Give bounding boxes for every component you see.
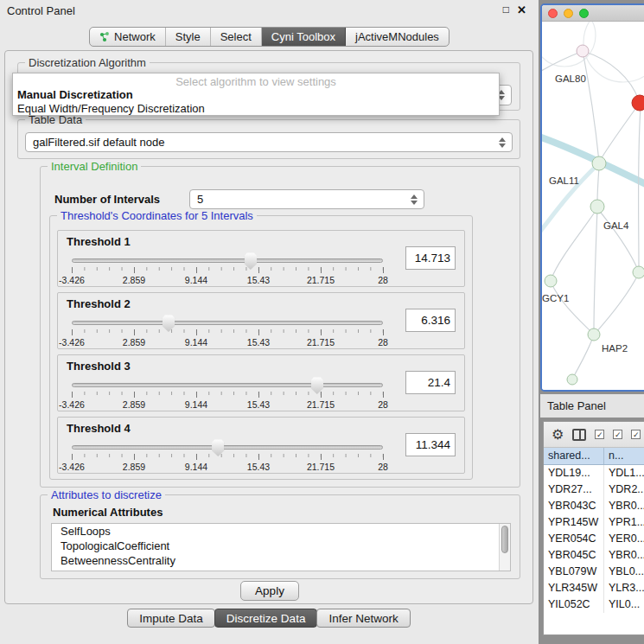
- table-row[interactable]: YDR27... YDR2...: [544, 481, 644, 498]
- table-cell[interactable]: YLR3...: [604, 580, 644, 596]
- slider-track[interactable]: [72, 321, 383, 325]
- close-button[interactable]: [548, 9, 558, 18]
- discretization-algorithm-label: Discretization Algorithm: [25, 56, 150, 69]
- attribute-item[interactable]: TopologicalCoefficient: [52, 539, 510, 553]
- network-edge[interactable]: [597, 208, 638, 270]
- table-row[interactable]: YDL19... YDL1...: [544, 465, 644, 481]
- restore-icon[interactable]: □: [503, 3, 509, 16]
- table-cell[interactable]: YDL19...: [544, 465, 604, 481]
- network-edge[interactable]: [583, 51, 639, 100]
- network-edge[interactable]: [596, 275, 638, 333]
- table-row[interactable]: YLR345W YLR3...: [544, 580, 644, 596]
- table-cell[interactable]: YBR045C: [544, 547, 604, 564]
- network-edge[interactable]: [597, 167, 599, 203]
- tab-jactivemnodules[interactable]: jActiveMNodules: [346, 28, 449, 46]
- table-cell[interactable]: YDR27...: [544, 481, 604, 498]
- slider-track[interactable]: [72, 445, 383, 450]
- table-cell[interactable]: YLR345W: [544, 580, 604, 596]
- tab-discretize-data[interactable]: Discretize Data: [214, 609, 318, 628]
- network-edge[interactable]: [542, 163, 599, 236]
- table-cell[interactable]: YBL079W: [544, 564, 604, 580]
- network-node[interactable]: [577, 45, 589, 57]
- threshold-3-value-input[interactable]: [405, 371, 456, 394]
- table-cell[interactable]: YER054C: [544, 531, 604, 547]
- scale-label: -3.426: [59, 337, 85, 348]
- table-row[interactable]: YBR045C YBR0...: [544, 547, 644, 564]
- checkbox-icon[interactable]: ✓: [631, 430, 641, 439]
- threshold-1-value-input[interactable]: [405, 246, 456, 270]
- table-row[interactable]: YBR043C YBR0...: [544, 498, 644, 514]
- network-node[interactable]: [545, 275, 557, 287]
- attributes-list[interactable]: SelfLoopsTopologicalCoefficientBetweenne…: [51, 523, 511, 571]
- columns-icon[interactable]: [572, 429, 586, 441]
- table-data-combo[interactable]: galFiltered.sif default node: [25, 132, 513, 152]
- attribute-item[interactable]: BetweennessCentrality: [52, 553, 510, 568]
- threshold-2-value-input[interactable]: [405, 309, 456, 332]
- table-cell[interactable]: YER0...: [604, 531, 644, 547]
- table-cell[interactable]: YBL0...: [604, 564, 644, 580]
- slider-track[interactable]: [72, 258, 383, 263]
- checkbox-icon[interactable]: ✓: [613, 430, 622, 439]
- number-of-intervals-combo[interactable]: 5: [189, 189, 424, 209]
- network-node[interactable]: [633, 266, 644, 278]
- table-cell[interactable]: YIL0...: [604, 596, 644, 613]
- network-node[interactable]: [590, 200, 604, 214]
- scrollbar-thumb[interactable]: [501, 526, 508, 553]
- network-edge[interactable]: [600, 103, 640, 161]
- table-row[interactable]: YER054C YER0...: [544, 531, 644, 547]
- column-header[interactable]: n...: [604, 448, 644, 464]
- table-cell[interactable]: YIL052C: [544, 596, 604, 613]
- network-edge[interactable]: [573, 337, 593, 378]
- slider-ticks: [72, 454, 383, 460]
- network-edge[interactable]: [542, 52, 581, 73]
- gear-icon[interactable]: ⚙: [552, 428, 564, 442]
- table-cell[interactable]: YDR2...: [604, 481, 644, 498]
- column-header[interactable]: shared...: [544, 448, 604, 464]
- table-row[interactable]: YPR145W YPR1...: [544, 514, 644, 531]
- slider-track[interactable]: [72, 383, 383, 387]
- table-row[interactable]: YBL079W YBL0...: [544, 564, 644, 580]
- table-row[interactable]: YIL052C YIL0...: [544, 596, 644, 613]
- network-edge[interactable]: [594, 208, 597, 331]
- network-edge[interactable]: [552, 284, 591, 332]
- network-edge[interactable]: [583, 51, 599, 162]
- table-cell[interactable]: YBR043C: [544, 498, 604, 514]
- network-edge[interactable]: [639, 108, 641, 269]
- table-cell[interactable]: YDL1...: [604, 465, 644, 481]
- table-data-selected-value: galFiltered.sif default node: [33, 136, 164, 149]
- table-cell[interactable]: YBR0...: [604, 498, 644, 514]
- scale-label: 28: [378, 275, 388, 285]
- algorithm-option-manual[interactable]: Manual Discretization: [13, 88, 499, 102]
- tab-network[interactable]: Network: [90, 28, 166, 46]
- scale-label: 21.715: [307, 337, 335, 348]
- tab-style[interactable]: Style: [166, 28, 211, 46]
- network-edge[interactable]: [552, 208, 597, 278]
- network-node-label: HAP2: [602, 343, 628, 354]
- network-canvas[interactable]: GAL80 GAL11 GAL4 GCY1 HAP2: [542, 22, 644, 392]
- network-node-red[interactable]: [632, 95, 644, 111]
- threshold-4-value-input[interactable]: [405, 433, 456, 456]
- network-window-titlebar[interactable]: [542, 5, 644, 22]
- checkbox-icon[interactable]: ✓: [595, 430, 604, 439]
- network-node[interactable]: [592, 156, 606, 170]
- tab-infer-network[interactable]: Infer Network: [316, 609, 410, 628]
- close-icon[interactable]: ✕: [517, 3, 526, 16]
- table-toolbar: ⚙ ✓ ✓ ✓: [544, 422, 644, 448]
- scale-label: -3.426: [59, 462, 85, 472]
- table-cell[interactable]: YPR1...: [604, 514, 644, 531]
- algorithm-option-equal-width[interactable]: Equal Width/Frequency Discretization: [13, 102, 499, 116]
- threshold-3-label: Threshold 3: [67, 360, 131, 373]
- table-cell[interactable]: YPR145W: [544, 514, 604, 531]
- zoom-button[interactable]: [579, 9, 589, 18]
- network-node[interactable]: [567, 374, 577, 385]
- network-node[interactable]: [588, 328, 600, 341]
- tab-cyni-toolbox[interactable]: Cyni Toolbox: [262, 28, 346, 46]
- table-cell[interactable]: YBR0...: [604, 547, 644, 564]
- list-scrollbar[interactable]: [499, 524, 510, 571]
- attribute-item[interactable]: SelfLoops: [52, 524, 510, 539]
- minimize-button[interactable]: [564, 9, 573, 18]
- tab-impute-data[interactable]: Impute Data: [127, 609, 215, 628]
- tab-select[interactable]: Select: [211, 28, 262, 46]
- scale-label: 9.144: [185, 275, 207, 285]
- apply-button[interactable]: Apply: [240, 581, 299, 601]
